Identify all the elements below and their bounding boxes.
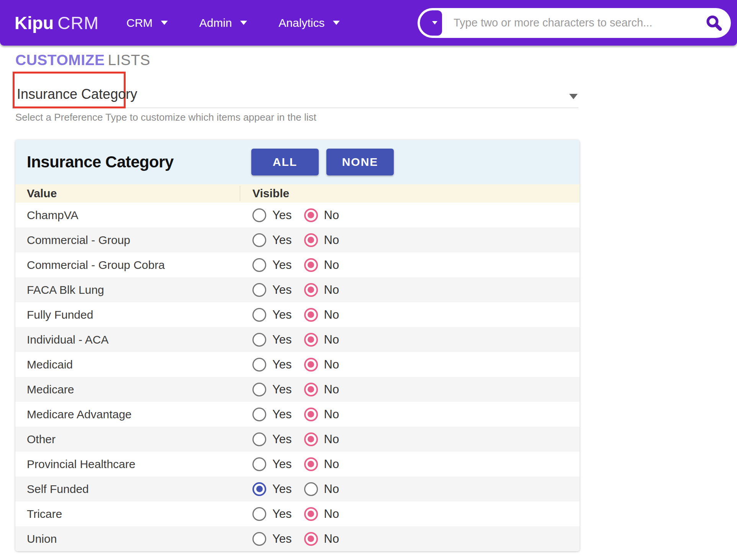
row-value-label: Fully Funded (15, 308, 240, 321)
search-scope-dropdown[interactable] (420, 10, 442, 36)
visible-no-label: No (324, 532, 339, 546)
row-value-label: Self Funded (15, 483, 240, 496)
visible-yes-label: Yes (272, 408, 292, 421)
row-visible-cell: YesNo (240, 258, 339, 272)
table-row: Commercial - GroupYesNo (15, 228, 580, 252)
visible-no-label: No (324, 283, 339, 297)
row-visible-cell: YesNo (240, 432, 339, 446)
table-row: FACA Blk LungYesNo (15, 277, 580, 302)
visible-yes-radio[interactable] (252, 208, 266, 222)
visible-yes-label: Yes (272, 383, 292, 396)
nav-item-label: Analytics (278, 16, 324, 29)
visible-yes-label: Yes (272, 432, 292, 446)
search-icon[interactable] (706, 15, 722, 31)
visible-no-radio[interactable] (304, 507, 318, 521)
visible-no-radio[interactable] (304, 233, 318, 247)
visible-no-radio[interactable] (304, 532, 318, 546)
visible-no-radio[interactable] (304, 308, 318, 322)
column-header-visible: Visible (240, 187, 289, 200)
visible-no-radio[interactable] (304, 333, 318, 347)
visible-no-radio[interactable] (304, 258, 318, 272)
visible-yes-label: Yes (272, 258, 292, 272)
search-input[interactable] (442, 16, 706, 29)
row-visible-cell: YesNo (240, 283, 339, 297)
visible-yes-radio[interactable] (252, 283, 266, 297)
visible-no-radio[interactable] (304, 383, 318, 396)
table-row: Fully FundedYesNo (15, 302, 580, 327)
visible-no-radio[interactable] (304, 283, 318, 297)
row-value-label: ChampVA (15, 209, 240, 222)
table-row: Medicare AdvantageYesNo (15, 402, 580, 427)
row-value-label: Other (15, 433, 240, 446)
row-visible-cell: YesNo (240, 482, 339, 496)
visible-yes-label: Yes (272, 507, 292, 521)
table-row: Commercial - Group CobraYesNo (15, 252, 580, 277)
logo-secondary-text: CRM (57, 13, 99, 33)
table-row: OtherYesNo (15, 427, 580, 452)
visible-yes-radio[interactable] (252, 408, 266, 421)
page-title-secondary: LISTS (108, 52, 150, 68)
row-visible-cell: YesNo (240, 208, 339, 222)
table-row: Self FundedYesNo (15, 476, 580, 501)
select-none-button[interactable]: NONE (326, 149, 394, 175)
visible-yes-radio[interactable] (252, 308, 266, 322)
chevron-down-icon (333, 21, 340, 25)
nav-item-analytics[interactable]: Analytics (278, 16, 340, 29)
visible-yes-radio[interactable] (252, 507, 266, 521)
visible-yes-radio[interactable] (252, 482, 266, 496)
visible-no-radio[interactable] (304, 208, 318, 222)
row-value-label: Medicare (15, 383, 240, 396)
table-row: Individual - ACAYesNo (15, 327, 580, 352)
row-visible-cell: YesNo (240, 383, 339, 396)
insurance-category-panel: Insurance Category ALL NONE Value Visibl… (15, 140, 580, 551)
row-value-label: Provincial Healthcare (15, 458, 240, 471)
preference-type-select[interactable]: Insurance Category (15, 86, 578, 108)
visible-no-radio[interactable] (304, 432, 318, 446)
nav-item-admin[interactable]: Admin (199, 16, 247, 29)
visible-no-label: No (324, 258, 339, 272)
visible-yes-label: Yes (272, 358, 292, 372)
visible-no-radio[interactable] (304, 457, 318, 471)
app-logo[interactable]: KipuCRM (15, 13, 99, 33)
chevron-down-icon (161, 21, 168, 25)
visible-yes-radio[interactable] (252, 258, 266, 272)
chevron-down-icon (432, 21, 437, 25)
visible-yes-radio[interactable] (252, 358, 266, 372)
row-visible-cell: YesNo (240, 233, 339, 247)
table-body: ChampVAYesNoCommercial - GroupYesNoComme… (15, 203, 580, 551)
preference-type-selected-value: Insurance Category (15, 86, 578, 102)
visible-yes-radio[interactable] (252, 383, 266, 396)
visible-yes-radio[interactable] (252, 432, 266, 446)
panel-title: Insurance Category (27, 153, 251, 171)
visible-no-label: No (324, 482, 339, 496)
select-helper-text: Select a Preference Type to customize wh… (15, 111, 737, 123)
table-row: MedicaidYesNo (15, 352, 580, 377)
select-all-button[interactable]: ALL (251, 149, 319, 175)
chevron-down-icon (240, 21, 247, 25)
visible-yes-label: Yes (272, 283, 292, 297)
row-visible-cell: YesNo (240, 507, 339, 521)
row-visible-cell: YesNo (240, 457, 339, 471)
visible-no-label: No (324, 408, 339, 421)
row-visible-cell: YesNo (240, 308, 339, 322)
visible-yes-radio[interactable] (252, 333, 266, 347)
nav-item-crm[interactable]: CRM (126, 16, 168, 29)
visible-no-radio[interactable] (304, 408, 318, 421)
row-value-label: Tricare (15, 508, 240, 521)
visible-no-label: No (324, 383, 339, 396)
row-visible-cell: YesNo (240, 408, 339, 421)
row-value-label: Medicaid (15, 358, 240, 371)
visible-no-radio[interactable] (304, 482, 318, 496)
page-body: CUSTOMIZELISTS Insurance Category Select… (0, 52, 737, 551)
logo-primary-text: Kipu (15, 13, 54, 33)
row-visible-cell: YesNo (240, 532, 339, 546)
visible-yes-radio[interactable] (252, 532, 266, 546)
table-header: Value Visible (15, 184, 580, 203)
nav-item-label: Admin (199, 16, 232, 29)
visible-yes-radio[interactable] (252, 457, 266, 471)
visible-no-label: No (324, 358, 339, 372)
visible-yes-radio[interactable] (252, 233, 266, 247)
column-divider (240, 186, 240, 201)
visible-yes-label: Yes (272, 308, 292, 322)
visible-no-radio[interactable] (304, 358, 318, 372)
